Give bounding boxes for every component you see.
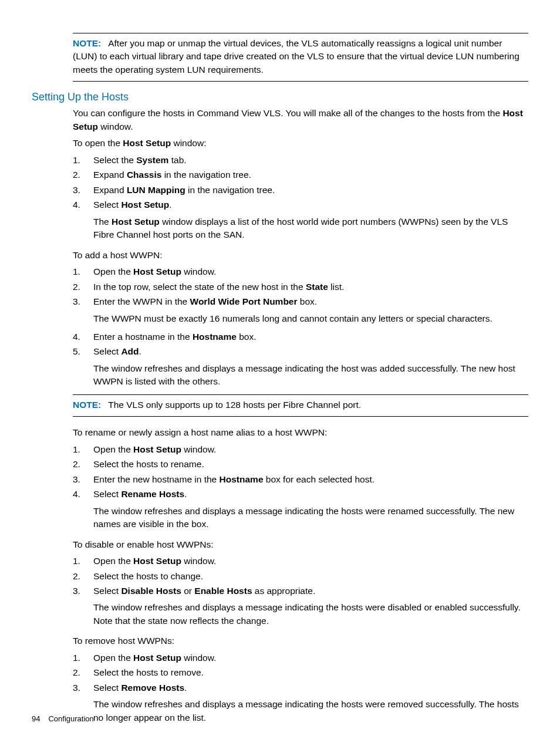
note-box-2: NOTE:The VLS only supports up to 128 hos… bbox=[73, 394, 528, 417]
step-sub-text: The window refreshes and displays a mess… bbox=[93, 505, 528, 531]
list-item: 2.Select the hosts to change. bbox=[73, 570, 528, 583]
step-body: Select the hosts to rename. bbox=[93, 458, 528, 471]
step-body: Select Remove Hosts.The window refreshes… bbox=[93, 681, 528, 728]
list-item: 3.Enter the new hostname in the Hostname… bbox=[73, 473, 528, 486]
step-body: Select the hosts to change. bbox=[93, 570, 528, 583]
step-number: 3. bbox=[73, 184, 93, 197]
note-box-1: NOTE:After you map or unmap the virtual … bbox=[73, 33, 528, 82]
list-item: 2.Select the hosts to rename. bbox=[73, 458, 528, 471]
note-label: NOTE: bbox=[73, 400, 108, 410]
remove-steps: 1.Open the Host Setup window.2.Select th… bbox=[73, 652, 528, 728]
step-number: 1. bbox=[73, 555, 93, 568]
list-item: 1.Open the Host Setup window. bbox=[73, 443, 528, 456]
step-body: Select Rename Hosts.The window refreshes… bbox=[93, 488, 528, 534]
note-text: After you map or unmap the virtual devic… bbox=[73, 38, 519, 75]
remove-intro: To remove host WWPNs: bbox=[73, 634, 528, 647]
list-item: 3.Expand LUN Mapping in the navigation t… bbox=[73, 184, 528, 197]
step-body: Open the Host Setup window. bbox=[93, 265, 528, 278]
step-body: Select Add.The window refreshes and disp… bbox=[93, 345, 528, 391]
step-number: 1. bbox=[73, 154, 93, 167]
list-item: 2.Select the hosts to remove. bbox=[73, 666, 528, 679]
step-body: Enter a hostname in the Hostname box. bbox=[93, 330, 528, 343]
open-window-steps: 1.Select the System tab.2.Expand Chassis… bbox=[73, 154, 528, 245]
step-number: 2. bbox=[73, 281, 93, 293]
document-page: NOTE:After you map or unmap the virtual … bbox=[0, 0, 560, 746]
disable-steps: 1.Open the Host Setup window.2.Select th… bbox=[73, 555, 528, 631]
page-number: 94 bbox=[32, 714, 40, 723]
step-sub-text: The WWPN must be exactly 16 numerals lon… bbox=[93, 312, 528, 325]
step-sub-text: The window refreshes and displays a mess… bbox=[93, 362, 528, 389]
list-item: 4.Enter a hostname in the Hostname box. bbox=[73, 330, 528, 343]
intro-paragraph: You can configure the hosts in Command V… bbox=[73, 107, 528, 133]
list-item: 1.Select the System tab. bbox=[73, 154, 528, 167]
list-item: 4.Select Rename Hosts.The window refresh… bbox=[73, 488, 528, 534]
step-body: Select the hosts to remove. bbox=[93, 666, 528, 679]
step-number: 3. bbox=[73, 295, 93, 329]
step-body: Select Disable Hosts or Enable Hosts as … bbox=[93, 585, 528, 631]
step-body: Open the Host Setup window. bbox=[93, 652, 528, 664]
page-footer: 94Configuration bbox=[32, 714, 94, 723]
step-body: Expand Chassis in the navigation tree. bbox=[93, 168, 528, 181]
note-text: The VLS only supports up to 128 hosts pe… bbox=[108, 400, 361, 410]
note-label: NOTE: bbox=[73, 38, 108, 48]
step-number: 1. bbox=[73, 652, 93, 664]
footer-section: Configuration bbox=[48, 714, 93, 723]
step-sub-text: The Host Setup window displays a list of… bbox=[93, 215, 528, 242]
step-body: Open the Host Setup window. bbox=[93, 443, 528, 456]
step-number: 3. bbox=[73, 473, 93, 486]
list-item: 3.Select Disable Hosts or Enable Hosts a… bbox=[73, 585, 528, 631]
rename-intro: To rename or newly assign a host name al… bbox=[73, 426, 528, 439]
step-number: 3. bbox=[73, 585, 93, 631]
step-number: 2. bbox=[73, 168, 93, 181]
list-item: 1.Open the Host Setup window. bbox=[73, 265, 528, 278]
step-number: 2. bbox=[73, 570, 93, 583]
rename-steps: 1.Open the Host Setup window.2.Select th… bbox=[73, 443, 528, 535]
list-item: 3.Select Remove Hosts.The window refresh… bbox=[73, 681, 528, 728]
step-body: Open the Host Setup window. bbox=[93, 555, 528, 568]
step-number: 1. bbox=[73, 443, 93, 456]
disable-intro: To disable or enable host WWPNs: bbox=[73, 538, 528, 551]
step-body: In the top row, select the state of the … bbox=[93, 281, 528, 293]
add-host-intro: To add a host WWPN: bbox=[73, 249, 528, 262]
step-number: 4. bbox=[73, 488, 93, 534]
step-number: 2. bbox=[73, 458, 93, 471]
list-item: 1.Open the Host Setup window. bbox=[73, 652, 528, 664]
step-number: 4. bbox=[73, 330, 93, 343]
step-body: Select the System tab. bbox=[93, 154, 528, 167]
open-window-intro: To open the Host Setup window: bbox=[73, 137, 528, 150]
step-body: Enter the WWPN in the World Wide Port Nu… bbox=[93, 295, 528, 329]
step-number: 4. bbox=[73, 198, 93, 245]
step-body: Enter the new hostname in the Hostname b… bbox=[93, 473, 528, 486]
step-sub-text: The window refreshes and displays a mess… bbox=[93, 601, 528, 627]
section-heading: Setting Up the Hosts bbox=[32, 91, 528, 103]
list-item: 2.Expand Chassis in the navigation tree. bbox=[73, 168, 528, 181]
step-sub-text: The window refreshes and displays a mess… bbox=[93, 698, 528, 724]
list-item: 3.Enter the WWPN in the World Wide Port … bbox=[73, 295, 528, 329]
list-item: 5.Select Add.The window refreshes and di… bbox=[73, 345, 528, 391]
list-item: 1.Open the Host Setup window. bbox=[73, 555, 528, 568]
add-host-steps: 1.Open the Host Setup window.2.In the to… bbox=[73, 265, 528, 392]
step-body: Select Host Setup.The Host Setup window … bbox=[93, 198, 528, 245]
list-item: 2.In the top row, select the state of th… bbox=[73, 281, 528, 293]
list-item: 4.Select Host Setup.The Host Setup windo… bbox=[73, 198, 528, 245]
content-area: NOTE:After you map or unmap the virtual … bbox=[73, 33, 528, 728]
step-body: Expand LUN Mapping in the navigation tre… bbox=[93, 184, 528, 197]
step-number: 2. bbox=[73, 666, 93, 679]
step-number: 5. bbox=[73, 345, 93, 391]
step-number: 1. bbox=[73, 265, 93, 278]
